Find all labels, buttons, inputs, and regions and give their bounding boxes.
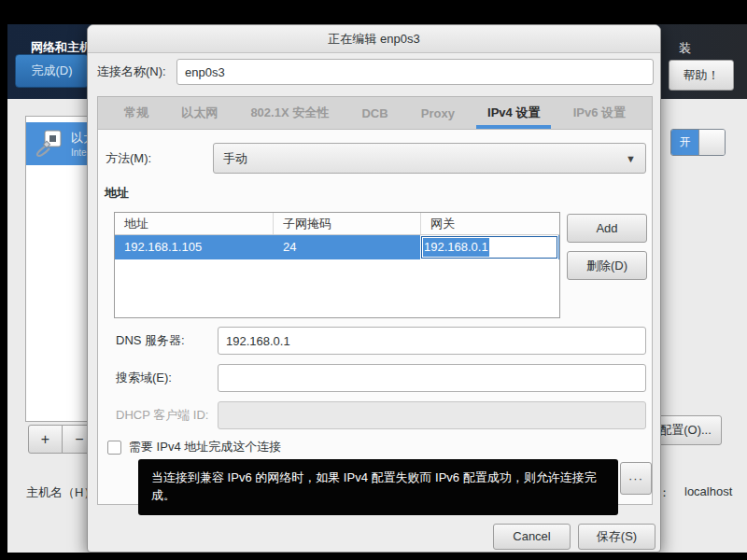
table-row[interactable]: 192.168.1.105 24 192.168.0.1 xyxy=(115,235,559,259)
tab-ethernet[interactable]: 以太网 xyxy=(170,97,229,129)
cell-address[interactable]: 192.168.1.105 xyxy=(115,235,274,259)
dialog-title: 正在编辑 enp0s3 xyxy=(328,32,419,46)
tooltip-line-1: 当连接到兼容 IPv6 的网络时，如果 IPv4 配置失败而 IPv6 配置成功… xyxy=(151,469,605,486)
connection-name-label: 连接名称(N): xyxy=(97,59,166,85)
column-header-gateway[interactable]: 网关 xyxy=(421,213,559,234)
add-address-button[interactable]: Add xyxy=(567,214,647,243)
method-label: 方法(M): xyxy=(106,143,151,174)
help-button[interactable]: 帮助！ xyxy=(669,60,734,91)
tab-8021x-security[interactable]: 802.1X 安全性 xyxy=(239,97,340,129)
installer-banner-text: 装 xyxy=(679,40,691,57)
tab-ipv6-settings[interactable]: IPv6 设置 xyxy=(562,97,637,129)
tooltip-line-2: 成。 xyxy=(151,486,605,504)
require-ipv4-checkbox[interactable] xyxy=(107,441,121,455)
tab-general[interactable]: 常规 xyxy=(113,97,160,129)
chevron-down-icon: ▼ xyxy=(626,153,636,164)
dhcp-client-id-input xyxy=(218,401,646,429)
add-device-button[interactable]: + xyxy=(28,425,63,454)
gateway-edit-input[interactable]: 192.168.0.1 xyxy=(421,236,557,259)
addresses-section-label: 地址 xyxy=(105,185,129,202)
search-domains-input[interactable] xyxy=(218,364,646,392)
addresses-table[interactable]: 地址 子网掩码 网关 192.168.1.105 24 192.168.0.1 xyxy=(114,212,560,318)
search-domains-label: 搜索域(E): xyxy=(116,364,172,392)
cancel-button[interactable]: Cancel xyxy=(493,524,571,550)
save-button[interactable]: 保存(S) xyxy=(578,524,655,550)
tab-ipv4-settings[interactable]: IPv4 设置 xyxy=(476,97,551,129)
ethernet-on-toggle[interactable]: 开 xyxy=(670,129,726,156)
current-hostname-value: localhost xyxy=(684,484,732,498)
screen-frame-bottom xyxy=(0,553,747,560)
toggle-knob xyxy=(698,130,725,155)
method-dropdown[interactable]: 手动 ▼ xyxy=(213,143,646,174)
tab-dcb[interactable]: DCB xyxy=(350,97,399,129)
screen-frame-top xyxy=(0,0,747,24)
screen-frame-left xyxy=(0,0,7,560)
method-value: 手动 xyxy=(223,150,626,167)
require-ipv4-checkbox-label: 需要 IPv4 地址完成这个连接 xyxy=(129,438,281,456)
cell-netmask[interactable]: 24 xyxy=(274,235,421,259)
tab-bar: 常规 以太网 802.1X 安全性 DCB Proxy IPv4 设置 IPv6… xyxy=(98,97,652,130)
delete-address-button[interactable]: 删除(D) xyxy=(567,251,647,280)
routes-button[interactable]: ··· xyxy=(620,462,652,495)
ipv4-required-tooltip: 当连接到兼容 IPv6 的网络时，如果 IPv4 配置失败而 IPv6 配置成功… xyxy=(138,459,618,515)
settings-notebook: 常规 以太网 802.1X 安全性 DCB Proxy IPv4 设置 IPv6… xyxy=(97,96,653,505)
connection-name-input[interactable] xyxy=(176,59,654,85)
column-header-netmask[interactable]: 子网掩码 xyxy=(274,213,421,234)
dns-servers-input[interactable] xyxy=(218,327,646,355)
dns-servers-label: DNS 服务器: xyxy=(116,327,185,355)
done-button[interactable]: 完成(D) xyxy=(15,54,89,88)
dialog-titlebar[interactable]: 正在编辑 enp0s3 xyxy=(88,25,660,53)
cell-gateway: 192.168.0.1 xyxy=(421,235,559,259)
ethernet-icon xyxy=(34,128,63,161)
toggle-on-label: 开 xyxy=(671,130,698,155)
dhcp-client-id-label: DHCP 客户端 ID: xyxy=(116,401,208,429)
column-header-address[interactable]: 地址 xyxy=(115,213,274,234)
gateway-selected-text: 192.168.0.1 xyxy=(423,238,489,257)
tab-proxy[interactable]: Proxy xyxy=(410,97,466,129)
addresses-table-header: 地址 子网掩码 网关 xyxy=(115,213,559,235)
